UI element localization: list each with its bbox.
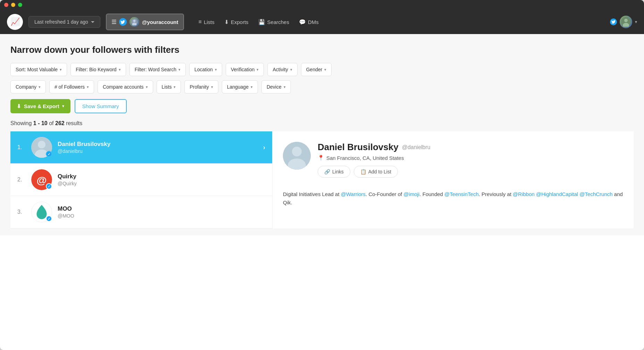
close-dot[interactable] bbox=[4, 3, 8, 7]
list-item[interactable]: 1. ✓ Daniel Brusilovsky bbox=[10, 131, 272, 164]
results-prefix: Showing bbox=[10, 120, 33, 126]
bio-link-highlandcapital[interactable]: @HighlandCapital bbox=[536, 191, 578, 197]
nav-avatar bbox=[620, 16, 632, 28]
nav-dms[interactable]: 💬 DMs bbox=[295, 17, 322, 27]
svg-text:@: @ bbox=[36, 174, 47, 186]
detail-actions: 🔗 Links 📋 Add to List bbox=[318, 166, 623, 178]
list-name: MOO bbox=[58, 205, 265, 212]
list-avatar-wrap: @ ✓ bbox=[31, 169, 52, 190]
filter-gender-arrow: ▾ bbox=[324, 67, 326, 72]
bio-link-ribbon[interactable]: @Ribbon bbox=[513, 191, 535, 197]
nav-exports[interactable]: ⬇ Exports bbox=[221, 17, 252, 27]
filter-followers-arrow: ▾ bbox=[87, 85, 89, 89]
detail-location-text: San Francisco, CA, United States bbox=[326, 155, 404, 161]
filter-word[interactable]: Filter: Word Search ▾ bbox=[129, 63, 186, 76]
filter-bio[interactable]: Filter: Bio Keyword ▾ bbox=[70, 63, 126, 76]
filter-language[interactable]: Language ▾ bbox=[222, 80, 258, 93]
lists-icon: ≡ bbox=[199, 19, 202, 25]
bio-link-techcrunch[interactable]: @TechCrunch bbox=[579, 191, 612, 197]
svg-point-12 bbox=[292, 147, 302, 156]
content-split: 1. ✓ Daniel Brusilovsky bbox=[10, 131, 634, 228]
filter-row-1: Sort: Most Valuable ▾ Filter: Bio Keywor… bbox=[10, 63, 634, 76]
list-avatar-wrap: ✓ bbox=[31, 202, 52, 222]
nav-dms-label: DMs bbox=[308, 19, 319, 25]
navbar: 📈 Last refreshed 1 day ago ☰ @youraccoun… bbox=[0, 10, 644, 34]
filter-followers-label: # of Followers bbox=[55, 84, 85, 90]
filter-gender[interactable]: Gender ▾ bbox=[301, 63, 332, 76]
filter-word-label: Filter: Word Search bbox=[135, 67, 176, 72]
filter-profanity[interactable]: Profanity ▾ bbox=[184, 80, 218, 93]
filter-language-label: Language bbox=[227, 84, 249, 90]
filter-company[interactable]: Company ▾ bbox=[10, 80, 46, 93]
save-label: Save & Export bbox=[24, 103, 59, 109]
bio-link-imoji[interactable]: @imoji bbox=[403, 191, 419, 197]
detail-name-row: Daniel Brusilovsky @danielbru bbox=[318, 142, 623, 153]
list-info: Quirky @Quirky bbox=[58, 173, 265, 186]
list-handle: @Quirky bbox=[58, 181, 265, 186]
filter-device-arrow: ▾ bbox=[284, 85, 286, 89]
list-name: Quirky bbox=[58, 173, 265, 180]
results-suffix: results bbox=[65, 120, 83, 126]
results-of: of bbox=[48, 120, 55, 126]
list-rank: 3. bbox=[17, 209, 26, 215]
refresh-badge: Last refreshed 1 day ago bbox=[28, 16, 100, 28]
verified-badge: ✓ bbox=[46, 183, 52, 189]
filter-company-label: Company bbox=[16, 84, 36, 90]
filter-device[interactable]: Device ▾ bbox=[261, 80, 291, 93]
maximize-dot[interactable] bbox=[18, 3, 22, 7]
nav-twitter-icon bbox=[610, 18, 617, 25]
verified-badge: ✓ bbox=[46, 215, 52, 222]
filter-language-arrow: ▾ bbox=[251, 85, 253, 89]
save-export-button[interactable]: ⬇ Save & Export ▾ bbox=[10, 99, 70, 113]
nav-dropdown-arrow[interactable]: ▾ bbox=[635, 19, 637, 24]
refresh-text: Last refreshed 1 day ago bbox=[34, 19, 88, 25]
bio-link-teensintech[interactable]: @TeensinTech bbox=[444, 191, 479, 197]
hamburger-icon: ☰ bbox=[111, 19, 116, 25]
filter-sort[interactable]: Sort: Most Valuable ▾ bbox=[10, 63, 67, 76]
add-to-list-button[interactable]: 📋 Add to List bbox=[354, 166, 398, 178]
nav-lists-label: Lists bbox=[204, 19, 215, 25]
list-handle: @danielbru bbox=[58, 148, 258, 154]
filter-followers[interactable]: # of Followers ▾ bbox=[49, 80, 94, 93]
list-chevron-icon: › bbox=[263, 144, 265, 151]
filter-bio-arrow: ▾ bbox=[119, 67, 121, 72]
bio-link-warriors[interactable]: @Warriors bbox=[341, 191, 366, 197]
filter-profanity-arrow: ▾ bbox=[211, 85, 213, 89]
filter-activity[interactable]: Activity ▾ bbox=[267, 63, 297, 76]
show-summary-button[interactable]: Show Summary bbox=[75, 99, 127, 113]
detail-bio: Digital Initiatives Lead at @Warriors. C… bbox=[283, 190, 623, 207]
results-count: Showing 1 - 10 of 262 results bbox=[10, 120, 634, 127]
filter-compare[interactable]: Compare accounts ▾ bbox=[98, 80, 153, 93]
nav-right: ▾ bbox=[610, 16, 637, 28]
list-rank: 1. bbox=[17, 144, 26, 150]
filter-compare-arrow: ▾ bbox=[146, 85, 148, 89]
filter-location-arrow: ▾ bbox=[215, 67, 217, 72]
nav-searches-label: Searches bbox=[267, 19, 289, 25]
account-handle: @youraccount bbox=[142, 19, 178, 25]
twitter-icon bbox=[119, 18, 127, 26]
nav-links: ≡ Lists ⬇ Exports 💾 Searches 💬 DMs bbox=[195, 17, 322, 27]
list-avatar-wrap: ✓ bbox=[31, 137, 52, 158]
nav-searches[interactable]: 💾 Searches bbox=[255, 17, 293, 27]
dms-icon: 💬 bbox=[299, 19, 306, 25]
list-name: Daniel Brusilovsky bbox=[58, 141, 258, 148]
nav-lists[interactable]: ≡ Lists bbox=[195, 17, 218, 27]
list-info: Daniel Brusilovsky @danielbru bbox=[58, 141, 258, 154]
account-button[interactable]: ☰ @youraccount bbox=[106, 14, 184, 30]
filter-verification-arrow: ▾ bbox=[257, 67, 259, 72]
links-icon: 🔗 bbox=[324, 169, 330, 174]
action-row: ⬇ Save & Export ▾ Show Summary bbox=[10, 99, 634, 113]
filter-lists-label: Lists bbox=[162, 84, 172, 90]
filter-lists[interactable]: Lists ▾ bbox=[157, 80, 181, 93]
add-list-label: Add to List bbox=[368, 169, 391, 174]
filter-word-arrow: ▾ bbox=[178, 67, 181, 72]
minimize-dot[interactable] bbox=[11, 3, 15, 7]
filter-verification[interactable]: Verification ▾ bbox=[226, 63, 264, 76]
verified-badge: ✓ bbox=[46, 151, 52, 157]
list-item[interactable]: 2. @ ✓ Quirky @Quirky bbox=[10, 164, 272, 196]
links-button[interactable]: 🔗 Links bbox=[318, 166, 350, 178]
list-item[interactable]: 3. ✓ MOO @MOO bbox=[10, 196, 272, 228]
filter-location[interactable]: Location ▾ bbox=[189, 63, 222, 76]
detail-location: 📍 San Francisco, CA, United States bbox=[318, 155, 623, 161]
follower-list: 1. ✓ Daniel Brusilovsky bbox=[10, 131, 273, 228]
